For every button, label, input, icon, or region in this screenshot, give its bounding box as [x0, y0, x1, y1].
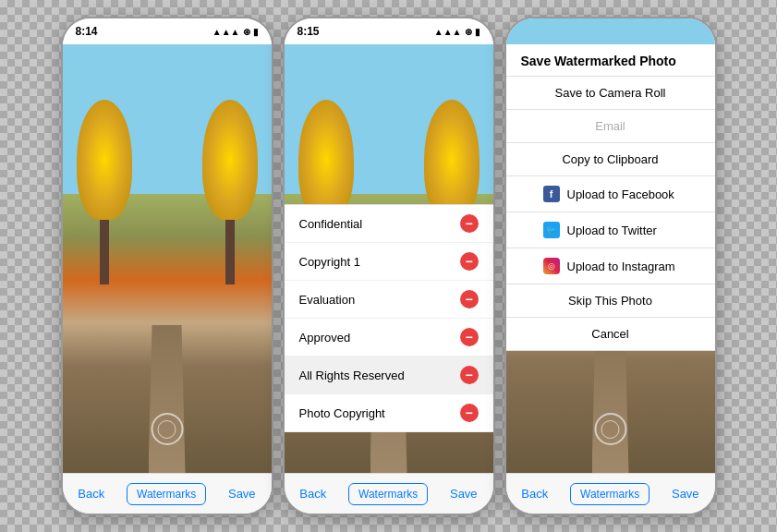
watermarks-button-1[interactable]: Watermarks — [127, 483, 206, 505]
remove-evaluation[interactable]: − — [460, 290, 479, 308]
watermarks-button-2[interactable]: Watermarks — [348, 483, 428, 505]
cancel-button[interactable]: Cancel — [506, 317, 715, 350]
email-button[interactable]: Email — [506, 109, 715, 142]
upload-instagram-label: Upload to Instagram — [567, 260, 675, 273]
remove-photocopyright[interactable]: − — [460, 404, 479, 422]
phone-3: Save Watermarked Photo Save to Camera Ro… — [504, 17, 717, 515]
remove-confidential[interactable]: − — [460, 214, 479, 233]
twitter-icon: 🐦 — [543, 222, 560, 238]
time-2: 8:15 — [297, 25, 320, 38]
watermarks-list: Confidential − Copyright 1 − Evaluation … — [285, 204, 493, 432]
status-icons-1: ▲▲▲ ⊛ ▮ — [212, 27, 259, 37]
wm-label-photocopyright: Photo Copyright — [299, 406, 385, 420]
watermark-inner-3 — [601, 420, 620, 439]
upload-twitter-button[interactable]: 🐦 Upload to Twitter — [506, 212, 715, 248]
phone-2: 8:15 ▲▲▲ ⊛ ▮ Confidential − Copyrig — [283, 17, 495, 515]
save-button-1[interactable]: Save — [219, 483, 265, 504]
time-1: 8:14 — [76, 25, 98, 38]
wm-label-approved: Approved — [299, 331, 351, 345]
toolbar-2: Back Watermarks Save — [285, 473, 493, 514]
wm-label-allrights: All Rights Reserved — [299, 369, 405, 382]
save-menu-title: Save Watermarked Photo — [506, 44, 715, 76]
watermark-inner-1 — [158, 420, 176, 439]
remove-allrights[interactable]: − — [460, 366, 479, 384]
remove-copyright1[interactable]: − — [460, 252, 479, 271]
wm-item-approved[interactable]: Approved − — [285, 319, 493, 357]
wm-item-confidential[interactable]: Confidential − — [285, 205, 493, 243]
watermark-stamp-3 — [594, 413, 626, 445]
wm-label-confidential: Confidential — [299, 217, 363, 231]
save-menu: Save Watermarked Photo Save to Camera Ro… — [506, 44, 715, 351]
photo-area-2: Confidential − Copyright 1 − Evaluation … — [285, 44, 493, 473]
signal-icon-2: ▲▲▲ — [434, 27, 462, 37]
tree-trunk-right-1 — [225, 220, 235, 284]
back-button-3[interactable]: Back — [512, 483, 557, 504]
save-button-2[interactable]: Save — [441, 483, 487, 504]
wm-item-photocopyright[interactable]: Photo Copyright − — [285, 394, 493, 432]
tree-canopy-right-1 — [202, 100, 258, 220]
status-icons-2: ▲▲▲ ⊛ ▮ — [434, 27, 480, 37]
remove-approved[interactable]: − — [460, 328, 479, 346]
wm-item-allrights[interactable]: All Rights Reserved − — [285, 357, 493, 394]
upload-twitter-label: Upload to Twitter — [567, 224, 657, 237]
skip-photo-button[interactable]: Skip This Photo — [506, 284, 715, 317]
save-button-3[interactable]: Save — [662, 483, 709, 504]
save-to-camera-roll-button[interactable]: Save to Camera Roll — [506, 76, 715, 109]
upload-facebook-label: Upload to Facebook — [567, 187, 674, 201]
copy-to-clipboard-button[interactable]: Copy to Clipboard — [506, 142, 715, 175]
toolbar-3: Back Watermarks Save — [506, 473, 715, 514]
phone-1: 8:14 ▲▲▲ ⊛ ▮ Back Watermarks Save — [61, 17, 273, 515]
toolbar-1: Back Watermarks Save — [63, 473, 272, 514]
status-bar-1: 8:14 ▲▲▲ ⊛ ▮ — [63, 18, 272, 44]
road-1 — [149, 325, 186, 473]
tree-canopy-left-1 — [77, 100, 132, 220]
facebook-icon: f — [543, 186, 560, 202]
battery-icon: ▮ — [253, 27, 259, 37]
battery-icon-2: ▮ — [475, 27, 480, 37]
tree-canopy-left-2 — [298, 100, 354, 220]
upload-facebook-button[interactable]: f Upload to Facebook — [506, 175, 715, 212]
tree-trunk-left-1 — [100, 220, 109, 284]
tree-left-1 — [77, 100, 132, 284]
wifi-icon: ⊛ — [243, 27, 250, 37]
watermarks-button-3[interactable]: Watermarks — [570, 483, 650, 505]
instagram-icon: ◎ — [543, 258, 560, 274]
wm-item-evaluation[interactable]: Evaluation − — [285, 281, 493, 319]
signal-icon: ▲▲▲ — [212, 27, 240, 37]
tree-right-1 — [202, 100, 258, 284]
wm-item-copyright1[interactable]: Copyright 1 − — [285, 243, 493, 281]
wm-label-evaluation: Evaluation — [299, 293, 356, 307]
wm-label-copyright1: Copyright 1 — [299, 255, 360, 269]
back-button-1[interactable]: Back — [68, 483, 114, 504]
back-button-2[interactable]: Back — [290, 483, 335, 504]
status-bar-2: 8:15 ▲▲▲ ⊛ ▮ — [285, 18, 493, 44]
wifi-icon-2: ⊛ — [465, 27, 472, 37]
watermark-stamp-1 — [151, 413, 183, 445]
photo-background-1 — [63, 44, 272, 473]
photo-area-1 — [63, 44, 272, 473]
tree-canopy-right-2 — [424, 100, 480, 220]
upload-instagram-button[interactable]: ◎ Upload to Instagram — [506, 248, 715, 284]
